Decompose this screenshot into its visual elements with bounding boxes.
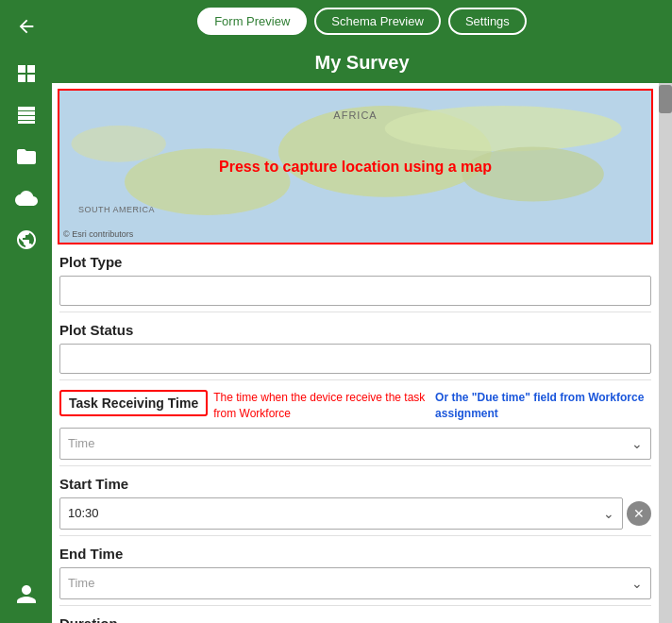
task-receiving-field: Task Receiving Time The time when the de… bbox=[59, 380, 651, 466]
sidebar-user-icon[interactable] bbox=[8, 576, 45, 614]
task-receiving-placeholder: Time bbox=[68, 436, 94, 450]
content-area: AFRICA SOUTH AMERICA © Esri contributors… bbox=[52, 83, 672, 623]
end-time-label: End Time bbox=[59, 546, 651, 562]
sidebar-cloud-icon[interactable] bbox=[8, 179, 45, 217]
south-america-label: SOUTH AMERICA bbox=[78, 205, 155, 214]
main-content: Form Preview Schema Preview Settings My … bbox=[52, 0, 672, 623]
scrollbar-track[interactable] bbox=[659, 83, 672, 623]
end-time-chevron: ⌄ bbox=[631, 576, 643, 591]
end-time-field: End Time Time ⌄ bbox=[59, 536, 651, 606]
sidebar-table-icon[interactable] bbox=[8, 96, 45, 134]
duration-field: Duration 00:00 ✕ bbox=[59, 606, 651, 623]
sidebar-grid-icon[interactable] bbox=[8, 55, 45, 93]
start-time-select[interactable]: 10:30 ⌄ bbox=[59, 497, 623, 530]
sidebar-globe-icon[interactable] bbox=[8, 221, 45, 259]
task-receiving-chevron: ⌄ bbox=[631, 436, 643, 451]
plot-type-label: Plot Type bbox=[59, 254, 651, 270]
task-receiving-select[interactable]: Time ⌄ bbox=[59, 428, 651, 460]
start-time-field: Start Time 10:30 ⌄ ✕ bbox=[59, 466, 651, 536]
plot-type-input[interactable] bbox=[59, 276, 651, 306]
plot-type-field: Plot Type bbox=[59, 244, 651, 312]
plot-status-field: Plot Status bbox=[59, 312, 651, 380]
map-container[interactable]: AFRICA SOUTH AMERICA © Esri contributors… bbox=[58, 89, 653, 244]
start-time-chevron: ⌄ bbox=[603, 506, 614, 521]
form-content: AFRICA SOUTH AMERICA © Esri contributors… bbox=[52, 83, 659, 623]
task-row: Task Receiving Time The time when the de… bbox=[59, 390, 651, 422]
start-time-clear-button[interactable]: ✕ bbox=[627, 501, 651, 526]
svg-point-5 bbox=[72, 126, 166, 162]
back-button[interactable] bbox=[9, 9, 43, 43]
scrollbar-thumb[interactable] bbox=[659, 85, 672, 113]
plot-status-label: Plot Status bbox=[59, 322, 651, 338]
form-fields: Plot Type Plot Status Task Receiving Tim… bbox=[52, 244, 659, 623]
end-time-placeholder: Time bbox=[68, 576, 94, 590]
map-capture-text[interactable]: Press to capture location using a map bbox=[219, 159, 492, 176]
start-time-row: 10:30 ⌄ ✕ bbox=[59, 497, 651, 530]
schema-preview-button[interactable]: Schema Preview bbox=[314, 8, 441, 35]
sidebar bbox=[0, 0, 52, 623]
form-preview-button[interactable]: Form Preview bbox=[197, 8, 307, 35]
svg-point-3 bbox=[385, 106, 622, 151]
start-time-label: Start Time bbox=[59, 476, 651, 492]
end-time-select[interactable]: Time ⌄ bbox=[59, 567, 651, 599]
plot-status-input[interactable] bbox=[59, 344, 651, 374]
start-time-value: 10:30 bbox=[68, 506, 99, 520]
sidebar-folder-icon[interactable] bbox=[8, 138, 45, 176]
task-receiving-label: Task Receiving Time bbox=[59, 390, 208, 416]
esri-credit: © Esri contributors bbox=[63, 229, 133, 239]
duration-label: Duration bbox=[59, 615, 651, 623]
survey-title: My Survey bbox=[52, 42, 672, 83]
task-hint-red: The time when the device receive the tas… bbox=[213, 390, 429, 422]
settings-button[interactable]: Settings bbox=[448, 8, 527, 35]
africa-label: AFRICA bbox=[333, 109, 377, 121]
map-background: AFRICA SOUTH AMERICA © Esri contributors… bbox=[59, 91, 651, 243]
top-nav: Form Preview Schema Preview Settings bbox=[52, 0, 672, 42]
task-hint-blue: Or the "Due time" field from Workforce a… bbox=[435, 390, 651, 422]
